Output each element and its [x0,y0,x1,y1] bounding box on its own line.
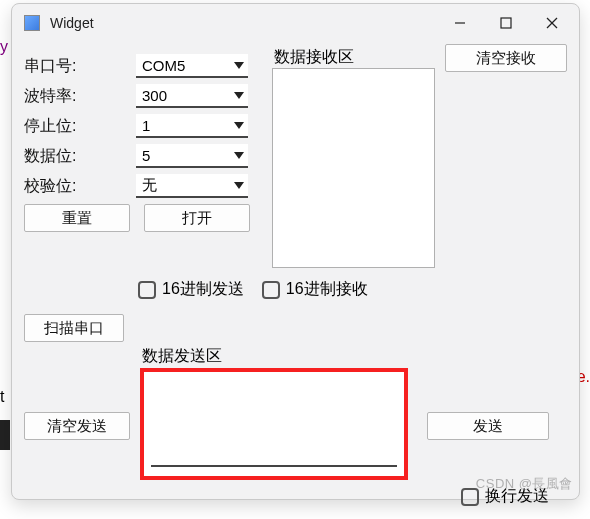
parity-combobox[interactable]: 无 [136,174,248,198]
send-button[interactable]: 发送 [427,412,549,440]
send-textarea-highlight [140,368,408,480]
close-button[interactable] [529,8,575,38]
titlebar: Widget [12,4,579,42]
chevron-down-icon [234,62,244,69]
send-textarea[interactable] [151,379,397,467]
open-button[interactable]: 打开 [144,204,250,232]
port-label: 串口号: [24,56,136,77]
hex-send-checkbox[interactable]: 16进制发送 [138,279,244,300]
minimize-button[interactable] [437,8,483,38]
parity-value: 无 [142,176,157,195]
baud-combobox[interactable]: 300 [136,84,248,108]
clear-send-button[interactable]: 清空发送 [24,412,130,440]
chevron-down-icon [234,122,244,129]
page-edge-text-t: t [0,388,4,406]
watermark-text: CSDN @長風會 [476,475,573,493]
baud-value: 300 [142,87,167,104]
databit-combobox[interactable]: 5 [136,144,248,168]
page-edge-black-block [0,420,10,450]
scan-port-button[interactable]: 扫描串口 [24,314,124,342]
svg-rect-1 [501,18,511,28]
hex-send-label: 16进制发送 [162,279,244,300]
maximize-icon [500,17,512,29]
send-area-label: 数据发送区 [142,346,222,367]
close-icon [546,17,558,29]
databit-value: 5 [142,147,150,164]
baud-label: 波特率: [24,86,136,107]
hex-recv-checkbox[interactable]: 16进制接收 [262,279,368,300]
stopbit-combobox[interactable]: 1 [136,114,248,138]
clear-recv-button[interactable]: 清空接收 [445,44,567,72]
page-edge-text-y: y [0,38,8,56]
chevron-down-icon [234,182,244,189]
port-value: COM5 [142,57,185,74]
parity-label: 校验位: [24,176,136,197]
reset-button[interactable]: 重置 [24,204,130,232]
window-title: Widget [50,15,94,31]
hex-recv-label: 16进制接收 [286,279,368,300]
content-area: 串口号: COM5 波特率: 300 停止位: 1 数据位: 5 [12,42,579,248]
app-icon [24,15,40,31]
stopbit-value: 1 [142,117,150,134]
maximize-button[interactable] [483,8,529,38]
recv-textarea[interactable] [272,68,435,268]
minimize-icon [454,17,466,29]
chevron-down-icon [234,92,244,99]
recv-area-label: 数据接收区 [274,47,354,68]
checkbox-icon [138,281,156,299]
chevron-down-icon [234,152,244,159]
port-combobox[interactable]: COM5 [136,54,248,78]
stopbit-label: 停止位: [24,116,136,137]
widget-window: Widget 串口号: COM5 波特率: 300 停止位: [11,3,580,500]
checkbox-icon [262,281,280,299]
databit-label: 数据位: [24,146,136,167]
